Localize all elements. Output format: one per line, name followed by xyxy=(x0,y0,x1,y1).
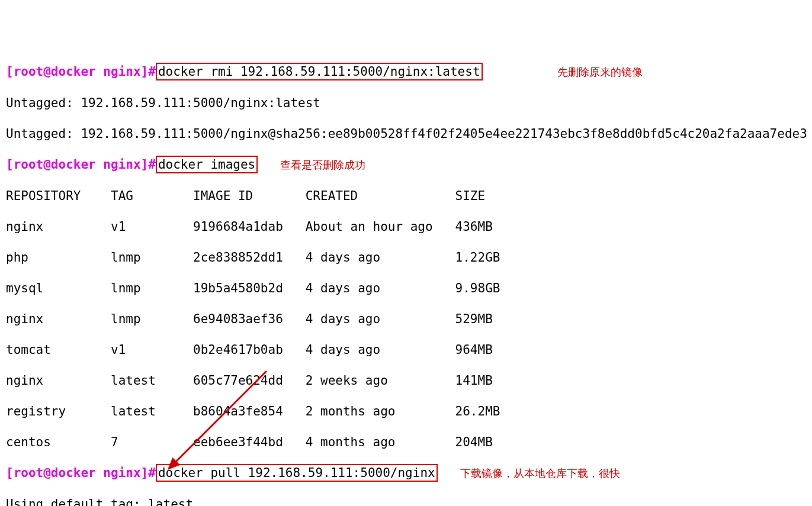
note-check-delete: 查看是否删除成功 xyxy=(280,159,365,171)
command-rmi: docker rmi 192.168.59.111:5000/nginx:lat… xyxy=(156,63,483,80)
output-pull-1: Using default tag: latest xyxy=(6,497,806,506)
table-row: tomcat v1 0b2e4617b0ab 4 days ago 964MB xyxy=(6,342,806,357)
terminal-output: [root@docker nginx]#docker rmi 192.168.5… xyxy=(6,49,806,506)
prompt: [root@docker nginx] xyxy=(6,157,148,172)
table-row: nginx v1 9196684a1dab About an hour ago … xyxy=(6,219,806,234)
table1-header: REPOSITORY TAG IMAGE ID CREATED SIZE xyxy=(6,188,806,204)
table-row: php lnmp 2ce838852dd1 4 days ago 1.22GB xyxy=(6,250,806,265)
command-images-1: docker images xyxy=(156,156,258,173)
output-untagged-1: Untagged: 192.168.59.111:5000/nginx:late… xyxy=(6,95,806,111)
table-row: registry latest b8604a3fe854 2 months ag… xyxy=(6,404,806,419)
prompt: [root@docker nginx] xyxy=(6,466,148,480)
table-row: nginx latest 605c77e624dd 2 weeks ago 14… xyxy=(6,373,806,388)
prompt-hash: # xyxy=(148,157,156,172)
command-pull: docker pull 192.168.59.111:5000/nginx xyxy=(156,464,438,482)
note-download: 下载镜像，从本地仓库下载，很快 xyxy=(460,468,620,479)
prompt-hash: # xyxy=(148,65,156,79)
output-untagged-2: Untagged: 192.168.59.111:5000/nginx@sha2… xyxy=(6,126,806,141)
prompt-hash: # xyxy=(148,466,156,480)
note-delete-original: 先删除原来的镜像 xyxy=(557,66,643,78)
table-row: nginx lnmp 6e94083aef36 4 days ago 529MB xyxy=(6,311,806,327)
table-row: mysql lnmp 19b5a4580b2d 4 days ago 9.98G… xyxy=(6,281,806,296)
prompt: [root@docker nginx] xyxy=(6,65,148,79)
table-row: centos 7 eeb6ee3f44bd 4 months ago 204MB xyxy=(6,434,806,450)
